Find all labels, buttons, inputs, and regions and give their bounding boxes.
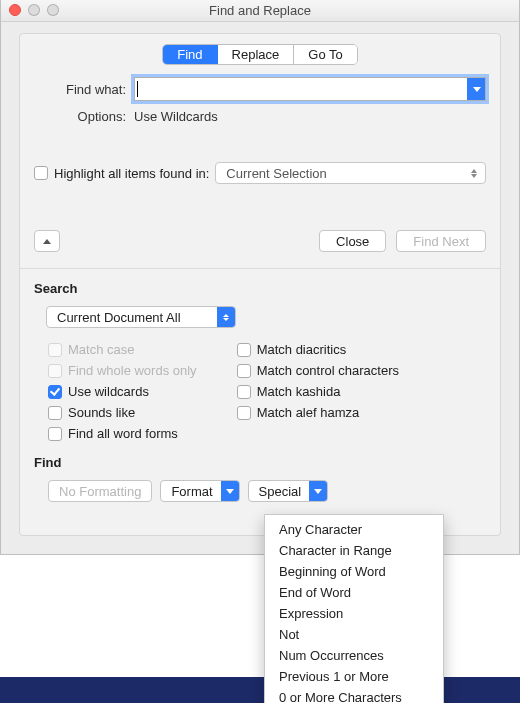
check-match-control-characters[interactable]: Match control characters — [237, 363, 399, 378]
chevron-down-icon — [473, 87, 481, 92]
close-window-icon[interactable] — [9, 4, 21, 16]
window-controls — [9, 4, 59, 16]
minimize-window-icon — [28, 4, 40, 16]
checkbox[interactable] — [237, 364, 251, 378]
options-value: Use Wildcards — [134, 109, 218, 124]
checkbox-label: Match kashida — [257, 384, 341, 399]
checkbox[interactable] — [237, 406, 251, 420]
find-what-field[interactable] — [134, 77, 486, 101]
check-match-diacritics[interactable]: Match diacritics — [237, 342, 399, 357]
collapse-button[interactable] — [34, 230, 60, 252]
checkbox-label: Find whole words only — [68, 363, 197, 378]
checkbox[interactable] — [48, 406, 62, 420]
no-formatting-button[interactable]: No Formatting — [48, 480, 152, 502]
menu-item-beginning-of-word[interactable]: Beginning of Word — [265, 561, 443, 582]
titlebar: Find and Replace — [1, 0, 519, 22]
find-next-button[interactable]: Find Next — [396, 230, 486, 252]
special-menu-popup: Any CharacterCharacter in RangeBeginning… — [264, 514, 444, 703]
checkbox-label: Use wildcards — [68, 384, 149, 399]
menu-item-num-occurrences[interactable]: Num Occurrences — [265, 645, 443, 666]
chevron-down-icon — [314, 489, 322, 494]
window-title: Find and Replace — [209, 3, 311, 18]
find-heading: Find — [34, 455, 486, 470]
menu-item-not[interactable]: Not — [265, 624, 443, 645]
checkbox[interactable] — [48, 427, 62, 441]
checkbox — [48, 364, 62, 378]
menu-item-0-or-more-characters[interactable]: 0 or More Characters — [265, 687, 443, 703]
menu-item-any-character[interactable]: Any Character — [265, 519, 443, 540]
highlight-checkbox[interactable] — [34, 166, 48, 180]
check-find-all-word-forms[interactable]: Find all word forms — [48, 426, 197, 441]
mode-tabs: Find Replace Go To — [34, 44, 486, 65]
menu-item-expression[interactable]: Expression — [265, 603, 443, 624]
checkbox[interactable] — [237, 343, 251, 357]
highlight-scope-select[interactable]: Current Selection — [215, 162, 486, 184]
zoom-window-icon — [47, 4, 59, 16]
menu-item-character-in-range[interactable]: Character in Range — [265, 540, 443, 561]
check-match-alef-hamza[interactable]: Match alef hamza — [237, 405, 399, 420]
check-match-kashida[interactable]: Match kashida — [237, 384, 399, 399]
checkbox-label: Match alef hamza — [257, 405, 360, 420]
find-what-label: Find what: — [34, 82, 134, 97]
search-scope-select[interactable]: Current Document All — [46, 306, 236, 328]
highlight-scope-value: Current Selection — [226, 166, 326, 181]
check-match-case: Match case — [48, 342, 197, 357]
checkbox-label: Match control characters — [257, 363, 399, 378]
format-menu-button[interactable]: Format — [160, 480, 239, 502]
chevron-up-icon — [43, 239, 51, 244]
checkbox[interactable] — [237, 385, 251, 399]
dialog-body: Find Replace Go To Find what: Options: U… — [19, 33, 501, 536]
options-label: Options: — [34, 109, 134, 124]
updown-icon — [217, 307, 235, 327]
search-heading: Search — [34, 281, 486, 296]
updown-icon — [469, 169, 479, 178]
menu-item-end-of-word[interactable]: End of Word — [265, 582, 443, 603]
checkbox[interactable] — [48, 385, 62, 399]
check-find-whole-words-only: Find whole words only — [48, 363, 197, 378]
checkbox-label: Find all word forms — [68, 426, 178, 441]
chevron-down-icon — [226, 489, 234, 494]
tab-find[interactable]: Find — [163, 45, 217, 64]
dialog-window: Find and Replace Find Replace Go To Find… — [0, 0, 520, 555]
highlight-label: Highlight all items found in: — [54, 166, 209, 181]
checkbox-label: Match diacritics — [257, 342, 347, 357]
find-history-dropdown[interactable] — [467, 78, 485, 100]
checkbox-label: Sounds like — [68, 405, 135, 420]
find-what-input[interactable] — [138, 79, 467, 99]
check-use-wildcards[interactable]: Use wildcards — [48, 384, 197, 399]
close-button[interactable]: Close — [319, 230, 386, 252]
tab-replace[interactable]: Replace — [218, 45, 295, 64]
check-sounds-like[interactable]: Sounds like — [48, 405, 197, 420]
special-menu-button[interactable]: Special — [248, 480, 329, 502]
tab-goto[interactable]: Go To — [294, 45, 356, 64]
menu-item-previous-1-or-more[interactable]: Previous 1 or More — [265, 666, 443, 687]
checkbox-label: Match case — [68, 342, 134, 357]
search-scope-value: Current Document All — [57, 310, 181, 325]
checkbox — [48, 343, 62, 357]
